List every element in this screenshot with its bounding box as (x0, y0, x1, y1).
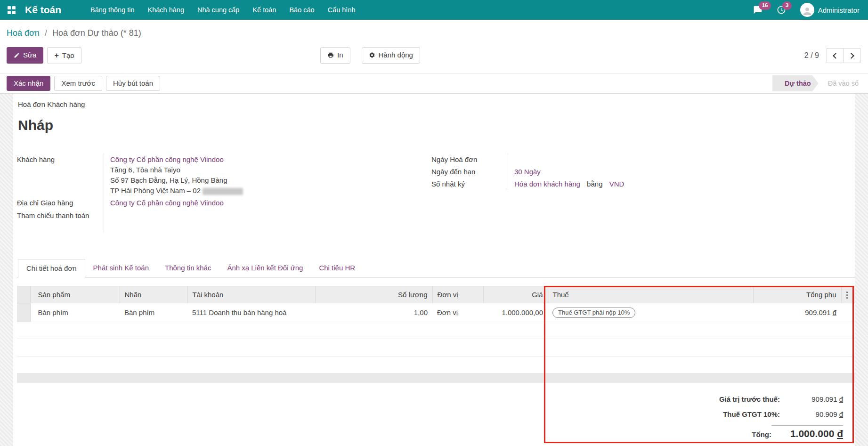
tax-amount-label: Thuế GTGT 10%: (723, 410, 780, 418)
customer-link[interactable]: Công ty Cổ phần công nghệ Viindoo (110, 154, 431, 165)
cancel-entry-button[interactable]: Hủy bút toán (106, 76, 160, 91)
column-subtotal[interactable]: Tổng phụ (753, 286, 841, 303)
column-label[interactable]: Nhãn (120, 286, 187, 303)
tab-hr-expense[interactable]: Chi tiêu HR (311, 259, 363, 278)
tax-pill[interactable]: Thuế GTGT phải nộp 10% (552, 308, 635, 318)
breadcrumb-current: Hoá đơn Dự thảo (* 81) (52, 28, 141, 38)
breadcrumb-separator: / (45, 28, 47, 38)
notebook-tabs: Chi tiết hoá đơn Phát sinh Kế toán Thông… (17, 259, 855, 278)
tax-amount-row: Thuế GTGT 10%: 90.909 đ (589, 410, 843, 418)
customer-label: Khách hàng (17, 154, 104, 197)
tax-amount-value: 90.909 đ (780, 410, 843, 418)
edit-button[interactable]: Sửa (7, 47, 43, 64)
empty-line-row (17, 339, 855, 357)
app-name[interactable]: Kế toán (25, 4, 61, 16)
empty-line-row (17, 322, 855, 339)
journal-label: Sổ nhật ký (431, 178, 508, 190)
messages-count-badge: 16 (759, 1, 771, 10)
journal-field[interactable]: Hóa đơn khách hàng bằng VND (508, 178, 789, 190)
customer-field[interactable]: Công ty Cổ phần công nghệ Viindoo Tầng 6… (104, 154, 431, 197)
confirm-button[interactable]: Xác nhận (7, 76, 50, 91)
cell-label[interactable]: Bàn phím (120, 303, 187, 322)
statusbar: Xác nhận Xem trước Hủy bút toán Dự thảo … (0, 73, 868, 94)
user-menu[interactable]: Administrator (800, 3, 860, 17)
cell-price[interactable]: 1.000.000,00 (483, 303, 548, 322)
menu-settings[interactable]: Cấu hình (328, 6, 356, 14)
cell-product[interactable]: Bàn phím (30, 303, 120, 322)
total-row: Tổng: 1.000.000 đ (589, 425, 843, 439)
invoice-line-row[interactable]: Bàn phím Bàn phím 5111 Doanh thu bán hàn… (17, 303, 855, 322)
cell-subtotal: 909.091 đ (753, 303, 841, 322)
cell-uom[interactable]: Đơn vị (432, 303, 483, 322)
journal-link[interactable]: Hóa đơn khách hàng (514, 180, 580, 188)
invoice-date-field[interactable] (508, 154, 789, 166)
main-menu: Bảng thông tin Khách hàng Nhà cung cấp K… (90, 6, 356, 14)
status-step-draft[interactable]: Dự thảo (772, 75, 819, 91)
tab-counterpart-mapping[interactable]: Ánh xạ Liên kết Đối ứng (219, 259, 311, 278)
drag-handle-cell[interactable] (17, 303, 30, 322)
menu-accounting[interactable]: Kế toán (252, 6, 276, 14)
apps-menu-icon[interactable] (8, 6, 16, 14)
status-steps: Dự thảo Đã vào sổ (772, 75, 868, 91)
messages-icon[interactable]: 16 (753, 5, 763, 15)
pager-next-button[interactable] (844, 48, 860, 63)
menu-vendors[interactable]: Nhà cung cấp (197, 6, 239, 14)
print-button[interactable]: In (320, 47, 350, 64)
currency-link[interactable]: VND (609, 180, 625, 188)
totals-block: Giá trị trước thuế: 909.091 đ Thuế GTGT … (589, 395, 843, 439)
activities-count-badge: 3 (782, 1, 792, 10)
menu-reports[interactable]: Báo cáo (289, 6, 314, 14)
plus-icon: + (54, 51, 58, 60)
redacted-phone (203, 188, 243, 195)
payment-reference-label: Tham chiếu thanh toán (17, 209, 104, 233)
page-title: Nháp (18, 116, 855, 135)
document-type-label: Hoá đơn Khách hàng (18, 100, 855, 108)
invoice-sheet: Hoá đơn Khách hàng Nháp Khách hàng Công … (13, 94, 855, 446)
handle-column-header (17, 286, 30, 303)
column-product[interactable]: Sản phẩm (30, 286, 120, 303)
tab-invoice-lines[interactable]: Chi tiết hoá đơn (18, 259, 85, 278)
table-footer-band (17, 373, 855, 383)
due-date-value[interactable]: 30 Ngày (514, 168, 541, 176)
tab-other-info[interactable]: Thông tin khác (157, 259, 219, 278)
activities-icon[interactable]: 3 (777, 5, 786, 15)
top-navbar: Kế toán Bảng thông tin Khách hàng Nhà cu… (0, 0, 868, 20)
delivery-address-link[interactable]: Công ty Cổ phần công nghệ Viindoo (110, 199, 224, 207)
preview-button[interactable]: Xem trước (54, 76, 102, 91)
payment-reference-field[interactable] (104, 209, 431, 233)
pencil-icon (14, 52, 20, 58)
invoice-lines-table: Sản phẩm Nhãn Tài khoản Số lượng Đơn vị … (17, 286, 855, 357)
column-account[interactable]: Tài khoản (187, 286, 315, 303)
customer-address-line: Số 97 Bạch Đằng, Hạ Lý, Hồng Bàng (110, 175, 431, 186)
delivery-address-label: Địa chỉ Giao hàng (17, 197, 104, 209)
tab-journal-items[interactable]: Phát sinh Kế toán (85, 259, 157, 278)
untaxed-amount-value: 909.091 đ (780, 395, 843, 403)
total-label: Tổng: (752, 430, 771, 438)
gear-icon (369, 52, 375, 58)
action-button[interactable]: Hành động (362, 47, 420, 64)
column-uom[interactable]: Đơn vị (432, 286, 483, 303)
status-step-posted[interactable]: Đã vào sổ (819, 75, 868, 91)
person-icon (802, 6, 813, 17)
untaxed-amount-label: Giá trị trước thuế: (719, 395, 780, 403)
cell-taxes[interactable]: Thuế GTGT phải nộp 10% (548, 303, 753, 322)
menu-dashboard[interactable]: Bảng thông tin (90, 6, 135, 14)
customer-address-line: TP Hải Phòng Việt Nam – 02 (110, 186, 431, 196)
column-quantity[interactable]: Số lượng (315, 286, 432, 303)
cell-quantity[interactable]: 1,00 (315, 303, 432, 322)
invoice-date-label: Ngày Hoá đơn (431, 154, 508, 166)
create-button[interactable]: + Tạo (47, 47, 81, 64)
cell-account[interactable]: 5111 Doanh thu bán hàng hoá (187, 303, 315, 322)
menu-customers[interactable]: Khách hàng (148, 6, 184, 14)
breadcrumb-parent[interactable]: Hoá đơn (7, 28, 40, 38)
printer-icon (327, 52, 334, 58)
column-price[interactable]: Giá (483, 286, 548, 303)
pager-counter: 2 / 9 (804, 51, 819, 60)
column-taxes[interactable]: Thuế (548, 286, 753, 303)
kebab-icon[interactable] (846, 292, 848, 299)
optional-columns-header[interactable] (841, 286, 855, 303)
pager-previous-button[interactable] (827, 48, 844, 63)
journal-in-text: bằng (587, 180, 602, 188)
avatar (800, 3, 814, 17)
due-date-label: Ngày đến hạn (431, 166, 508, 178)
